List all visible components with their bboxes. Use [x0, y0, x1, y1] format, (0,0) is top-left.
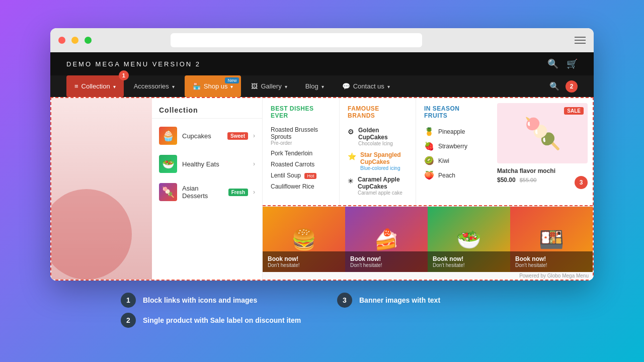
brand-golden[interactable]: ⚙ Golden CupCakes Chocolate Icing: [348, 124, 408, 149]
banner-sub-3: Don't hesitate!: [433, 262, 505, 268]
close-dot[interactable]: [58, 37, 65, 44]
powered-text: Powered by Globo Mega Menu: [263, 272, 593, 280]
cart-icon[interactable]: 🛒: [567, 58, 578, 69]
price-new: $50.00: [497, 176, 516, 184]
arrow-right-icon: ›: [253, 189, 255, 196]
banner-overlay-3: Book now! Don't hesitate!: [428, 251, 510, 272]
banner-2[interactable]: 🍰 Book now! Don't hesitate!: [345, 207, 428, 272]
banner-1[interactable]: 🍔 Book now! Don't hesitate!: [263, 207, 345, 272]
link-cauliflower[interactable]: Cauliflower Rice: [271, 181, 331, 192]
chevron-down-icon: [387, 82, 390, 90]
brand-caramel[interactable]: ✳ Caramel Apple CupCakes Caramel apple c…: [348, 173, 408, 198]
step-circle-2: 2: [121, 313, 136, 328]
bottom-label-text-2: Single product with Sale label on discou…: [143, 316, 301, 324]
brand-sub-caramel: Caramel apple cake: [358, 190, 408, 196]
browser-chrome: [50, 28, 594, 52]
price-old: $55.00: [520, 177, 537, 183]
search-icon[interactable]: 🔍: [547, 58, 558, 69]
browser-menu-icon[interactable]: [575, 37, 586, 44]
grid-icon: ≡: [74, 82, 78, 90]
banner-3[interactable]: 🥗 Book now! Don't hesitate!: [428, 207, 510, 272]
nav-item-shop[interactable]: 🏪 Shop us New: [185, 75, 242, 97]
nav-item-contact[interactable]: 💬 Contact us: [334, 75, 398, 97]
link-pork[interactable]: Pork Tenderloin: [271, 148, 331, 159]
col3-title: In season fruits: [424, 105, 484, 119]
sidebar-item-healthy[interactable]: 🥗 Healthy Eats ›: [152, 150, 262, 178]
brand-name-caramel: Caramel Apple CupCakes: [358, 176, 408, 190]
minimize-dot[interactable]: [71, 37, 78, 44]
chevron-down-icon: [230, 82, 233, 90]
shop-icon: 🏪: [193, 82, 201, 90]
link-carrots[interactable]: Roasted Carrots: [271, 159, 331, 170]
asian-thumb: 🍡: [159, 183, 177, 201]
banner-overlay-2: Book now! Don't hesitate!: [345, 251, 428, 272]
chevron-down-icon: [172, 82, 175, 90]
cupcakes-thumb: 🧁: [159, 127, 177, 145]
banner-book-2: Book now!: [350, 255, 423, 262]
brand-sub-golden: Chocolate Icing: [358, 141, 408, 146]
banner-section: 🍔 Book now! Don't hesitate! 🍰 Book now! …: [263, 206, 593, 272]
banner-4[interactable]: 🍱 Book now! Don't hesitate!: [510, 207, 593, 272]
sidebar-title: Collection: [152, 102, 262, 119]
bottom-label-1: 1 Block links with icons and images: [121, 293, 307, 308]
banner-overlay-1: Book now! Don't hesitate!: [263, 251, 345, 272]
fruit-name-kiwi: Kiwi: [438, 157, 449, 164]
bottom-label-text-1: Block links with icons and images: [143, 296, 257, 304]
product-name: Matcha flavor mochi: [497, 167, 588, 174]
nav-item-accessories[interactable]: Accessories: [126, 75, 183, 97]
nav-item-gallery[interactable]: 🖼 Gallery: [243, 75, 295, 97]
fruit-name-peach: Peach: [438, 172, 455, 179]
fruit-pineapple[interactable]: 🍍 Pineapple: [424, 124, 484, 139]
hot-badge: Hot: [304, 173, 316, 179]
site-logo: DEMO MEGA MENU VERSION 2: [66, 60, 201, 68]
fruit-peach[interactable]: 🍑 Peach: [424, 168, 484, 183]
sale-badge: SALE: [564, 107, 584, 115]
bottom-label-text-3: Banner images with text: [359, 296, 440, 304]
arrow-right-icon: ›: [253, 132, 255, 139]
bottom-label-3: 3 Banner images with text: [337, 293, 523, 308]
product-price: $50.00 $55.00: [497, 176, 588, 184]
step-circle-3: 3: [337, 293, 352, 308]
star-icon: ⭐: [348, 152, 356, 160]
peach-icon: 🍑: [424, 170, 434, 180]
banner-sub-1: Don't hesitate!: [268, 262, 340, 268]
bottom-labels: 1 Block links with icons and images 3 Ba…: [121, 281, 523, 334]
nav-item-blog[interactable]: Blog: [297, 75, 332, 97]
col2-title: Famouse brands: [348, 105, 408, 119]
sweet-badge: Sweet: [227, 132, 248, 140]
nav-item-collection[interactable]: ≡ Collection 1: [66, 75, 124, 97]
brand-star[interactable]: ⭐ Star SpangledCupCakes Blue-colored ici…: [348, 149, 408, 173]
banner-sub-2: Don't hesitate!: [350, 262, 423, 268]
strawberry-icon: 🍓: [424, 141, 434, 151]
navigation: ≡ Collection 1 Accessories 🏪 Shop us New…: [50, 75, 594, 97]
step-circle-1: 1: [121, 293, 136, 308]
gear-icon: ⚙: [348, 128, 354, 136]
sidebar-item-label-healthy: Healthy Eats: [182, 160, 248, 168]
sidebar-decoration: [51, 189, 132, 280]
sidebar-item-label-cupcakes: Cupcakes: [182, 132, 222, 140]
col-brands: Famouse brands ⚙ Golden CupCakes Chocola…: [339, 98, 416, 205]
fruit-kiwi[interactable]: 🥝 Kiwi: [424, 153, 484, 168]
url-bar[interactable]: [171, 33, 422, 47]
sidebar-item-asian[interactable]: 🍡 Asian Desserts Fresh ›: [152, 178, 262, 206]
mega-top-columns: Best dishes ever Roasted Brussels Sprout…: [263, 98, 593, 206]
product-card[interactable]: SALE 🍡 Matcha flavor mochi $50.00 $55.00: [492, 98, 593, 205]
arrow-right-icon: ›: [253, 160, 255, 167]
fruit-strawberry[interactable]: 🍓 Strawberry: [424, 139, 484, 153]
mega-main-content: Best dishes ever Roasted Brussels Sprout…: [263, 98, 593, 280]
pineapple-icon: 🍍: [424, 127, 434, 136]
banner-overlay-4: Book now! Don't hesitate!: [510, 251, 593, 272]
mega-menu: Collection 🧁 Cupcakes Sweet › 🥗 Healthy …: [50, 97, 594, 281]
banner-sub-4: Don't hesitate!: [515, 262, 588, 268]
maximize-dot[interactable]: [85, 37, 92, 44]
fresh-badge: Fresh: [228, 189, 248, 196]
col1-title: Best dishes ever: [271, 105, 331, 119]
chevron-down-icon: [113, 82, 116, 90]
kiwi-icon: 🥝: [424, 156, 434, 165]
sidebar-item-cupcakes[interactable]: 🧁 Cupcakes Sweet ›: [152, 122, 262, 150]
new-badge: New: [225, 77, 239, 83]
link-lentil[interactable]: Lentil Soup Hot: [271, 170, 331, 181]
link-brussels[interactable]: Roasted Brussels Sprouts Pre-order: [271, 124, 331, 148]
banner-book-1: Book now!: [268, 255, 340, 262]
nav-search-icon[interactable]: 🔍: [549, 81, 559, 91]
